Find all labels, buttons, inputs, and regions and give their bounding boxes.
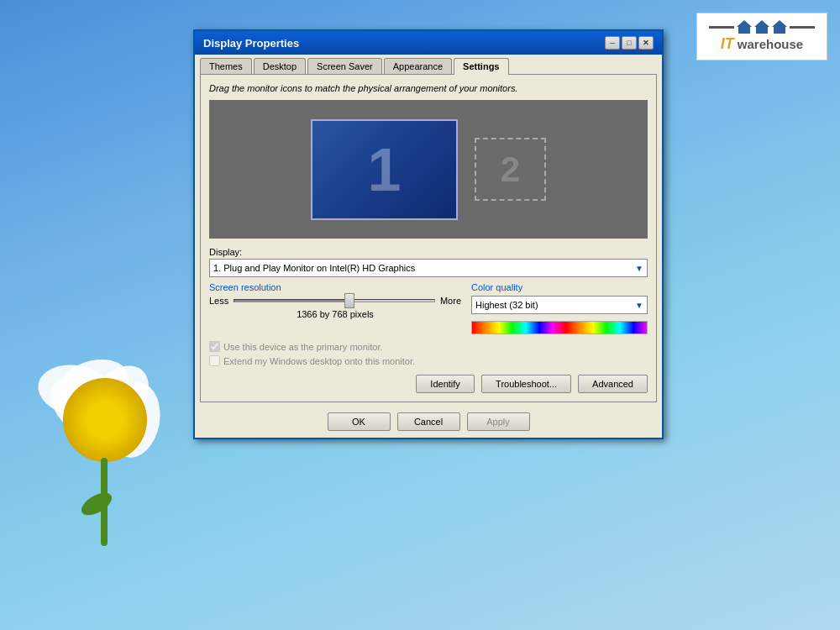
tabs-bar: Themes Desktop Screen Saver Appearance S… (195, 55, 662, 74)
tab-desktop[interactable]: Desktop (254, 58, 306, 74)
minimize-button[interactable]: ─ (605, 36, 620, 50)
tab-settings[interactable]: Settings (454, 58, 508, 75)
color-quality-col: Color quality Highest (32 bit) ▼ (471, 282, 648, 334)
apply-button[interactable]: Apply (467, 412, 530, 431)
color-bar (471, 321, 648, 334)
slider-thumb[interactable] (344, 293, 354, 308)
extend-desktop-label: Extend my Windows desktop onto this moni… (223, 356, 415, 366)
dialog-footer: OK Cancel Apply (195, 407, 662, 438)
resolution-value: 1366 by 768 pixels (209, 309, 461, 319)
resolution-color-row: Screen resolution Less More 1366 by 768 … (209, 282, 648, 334)
identify-button[interactable]: Identify (416, 375, 475, 393)
display-select-arrow: ▼ (635, 264, 643, 273)
extend-desktop-checkbox[interactable] (209, 355, 220, 366)
logo-line-right (790, 26, 815, 29)
color-quality-arrow: ▼ (635, 301, 643, 310)
monitor-area: 1 2 (209, 100, 648, 239)
display-label: Display: (209, 247, 648, 257)
tab-screensaver[interactable]: Screen Saver (307, 58, 382, 74)
logo-brand: IT warehouse (721, 35, 803, 53)
display-properties-dialog: Display Properties ─ □ ✕ Themes Desktop … (193, 29, 664, 439)
tab-themes[interactable]: Themes (200, 58, 252, 74)
settings-tab-content: Drag the monitor icons to match the phys… (200, 74, 657, 402)
color-quality-value: Highest (32 bit) (475, 300, 538, 310)
monitor-1[interactable]: 1 (311, 119, 458, 220)
slider-track[interactable] (234, 299, 435, 302)
logo-line-left (709, 26, 734, 29)
logo-it-text: IT (721, 35, 734, 53)
display-field-row: Display: 1. Plug and Play Monitor on Int… (209, 247, 648, 277)
display-select[interactable]: 1. Plug and Play Monitor on Intel(R) HD … (209, 259, 648, 277)
advanced-button[interactable]: Advanced (578, 375, 648, 393)
primary-monitor-label: Use this device as the primary monitor. (223, 342, 383, 352)
dialog-title: Display Properties (203, 37, 299, 50)
ok-button[interactable]: OK (328, 412, 391, 431)
dialog-titlebar: Display Properties ─ □ ✕ (195, 31, 662, 55)
display-select-value: 1. Plug and Play Monitor on Intel(R) HD … (213, 263, 415, 273)
logo-house-1 (737, 20, 752, 34)
more-label: More (440, 296, 461, 306)
monitor-2-label: 2 (501, 150, 520, 190)
less-label: Less (209, 296, 228, 306)
title-buttons: ─ □ ✕ (605, 36, 654, 50)
logo-box: IT warehouse (696, 13, 827, 60)
logo-house-3 (772, 20, 787, 34)
tab-appearance[interactable]: Appearance (384, 58, 452, 74)
action-buttons-row: Identify Troubleshoot... Advanced (209, 375, 648, 393)
logo-warehouse-text: warehouse (738, 37, 803, 51)
primary-monitor-checkbox[interactable] (209, 341, 220, 352)
close-button[interactable]: ✕ (638, 36, 654, 50)
troubleshoot-button[interactable]: Troubleshoot... (481, 375, 571, 393)
logo-house-2 (754, 20, 769, 34)
screen-resolution-label: Screen resolution (209, 282, 461, 292)
logo-houses (709, 20, 815, 34)
primary-monitor-row: Use this device as the primary monitor. (209, 341, 648, 352)
monitor-1-label: 1 (367, 135, 401, 204)
extend-desktop-row: Extend my Windows desktop onto this moni… (209, 355, 648, 366)
maximize-button[interactable]: □ (622, 36, 637, 50)
color-quality-select[interactable]: Highest (32 bit) ▼ (471, 296, 648, 314)
drag-instruction: Drag the monitor icons to match the phys… (209, 83, 648, 93)
color-quality-label: Color quality (471, 282, 648, 292)
resolution-col: Screen resolution Less More 1366 by 768 … (209, 282, 461, 334)
monitor-2[interactable]: 2 (475, 138, 546, 201)
resolution-slider-row: Less More (209, 296, 461, 306)
cancel-button[interactable]: Cancel (397, 412, 460, 431)
